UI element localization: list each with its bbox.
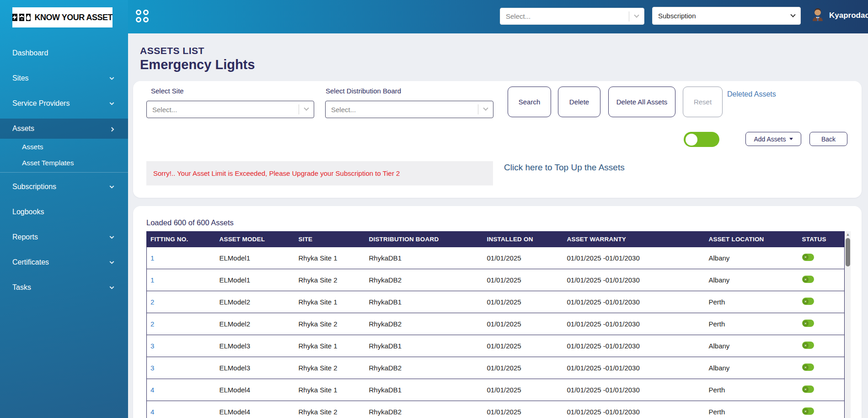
select-board-dropdown[interactable]: Select...	[325, 101, 493, 118]
col-installed-on: INSTALLED ON	[483, 232, 563, 247]
sidebar-item-certificates[interactable]: Certificates	[0, 252, 128, 272]
sidebar-item-tasks[interactable]: Tasks	[0, 277, 128, 298]
status-toggle[interactable]: ✕	[802, 276, 814, 283]
cell-asset-location: Perth	[705, 379, 798, 401]
fitting-no-link[interactable]: 1	[150, 254, 154, 262]
assets-toggle[interactable]	[684, 132, 719, 147]
cell-status: ✕	[798, 401, 845, 418]
status-toggle[interactable]: ✕	[802, 298, 814, 305]
table-scrollbar[interactable]: ▲	[845, 231, 851, 418]
page-subtitle: ASSETS LIST	[140, 45, 204, 56]
cell-installed-on: 01/01/2025	[483, 269, 563, 291]
status-toggle[interactable]: ✕	[802, 320, 814, 327]
fitting-no-link[interactable]: 3	[150, 364, 154, 372]
assets-table-body: 1ELModel1Rhyka Site 1RhykaDB101/01/20250…	[147, 247, 845, 418]
scrollbar-thumb[interactable]	[846, 238, 850, 266]
app-root: Select... Subscription Kyaprodao4	[0, 0, 868, 418]
asset-limit-warning: Sorry!.. Your Asset Limit is Exceeded, P…	[146, 161, 493, 185]
reset-button[interactable]: Reset	[683, 87, 723, 117]
chevron-down-icon	[483, 106, 488, 111]
status-toggle[interactable]: ✕	[802, 407, 814, 415]
sidebar-subitem-asset-templates[interactable]: Asset Templates	[0, 155, 128, 171]
subscription-select[interactable]: Subscription	[652, 7, 801, 25]
sidebar-item-label: Service Providers	[12, 99, 70, 108]
fitting-no-link[interactable]: 2	[150, 298, 154, 306]
status-toggle[interactable]: ✕	[802, 254, 814, 261]
user-menu[interactable]: Kyaprodao4	[811, 7, 868, 24]
cell-installed-on: 01/01/2025	[483, 357, 563, 379]
status-toggle[interactable]: ✕	[802, 364, 814, 371]
cell-status: ✕	[798, 357, 845, 379]
status-toggle-knob: ✕	[803, 364, 809, 370]
col-asset-warranty: ASSET WARRANTY	[563, 232, 705, 247]
cell-site: Rhyka Site 2	[295, 313, 365, 335]
sidebar-item-label: Logbooks	[12, 208, 44, 216]
table-row: 4ELModel4Rhyka Site 2RhykaDB201/01/20250…	[147, 401, 845, 418]
cell-distribution-board: RhykaDB2	[365, 269, 483, 291]
cell-asset-location: Perth	[705, 313, 798, 335]
cell-asset-location: Albany	[705, 269, 798, 291]
fitting-no-link[interactable]: 1	[150, 276, 154, 284]
add-assets-button[interactable]: Add Assets	[745, 132, 801, 146]
global-select[interactable]: Select...	[500, 8, 644, 25]
select-site-dropdown[interactable]: Select...	[146, 101, 314, 118]
sidebar-item-reports[interactable]: Reports	[0, 227, 128, 247]
top-bar: Select... Subscription Kyaprodao4	[128, 0, 868, 33]
filter-card: Select Site Select... Select Distributio…	[133, 81, 862, 198]
col-status: STATUS	[798, 232, 845, 247]
cell-fitting-no: 4	[147, 379, 216, 401]
scrollbar-up-arrow[interactable]: ▲	[846, 232, 850, 237]
cell-fitting-no: 2	[147, 291, 216, 313]
sidebar-item-subscriptions[interactable]: Subscriptions	[0, 177, 128, 197]
col-distribution-board: DISTRIBUTION BOARD	[365, 232, 483, 247]
cell-asset-model: ELModel1	[216, 247, 295, 269]
search-button[interactable]: Search	[508, 87, 551, 117]
sidebar-item-sites[interactable]: Sites	[0, 68, 128, 88]
delete-button[interactable]: Delete	[558, 87, 600, 117]
col-asset-model: ASSET MODEL	[216, 232, 295, 247]
toggle-knob	[686, 134, 697, 146]
sidebar-item-label: Tasks	[12, 283, 31, 292]
delete-all-assets-button[interactable]: Delete All Assets	[608, 87, 675, 117]
status-toggle-knob: ✕	[803, 277, 809, 282]
cell-asset-model: ELModel4	[216, 379, 295, 401]
fitting-no-link[interactable]: 3	[150, 342, 154, 350]
cell-installed-on: 01/01/2025	[483, 379, 563, 401]
fitting-no-link[interactable]: 4	[150, 408, 154, 416]
cell-fitting-no: 3	[147, 357, 216, 379]
sidebar-item-assets[interactable]: Assets	[0, 119, 128, 139]
chevron-down-icon	[110, 285, 114, 289]
menu-grid-icon[interactable]	[136, 10, 150, 23]
cell-status: ✕	[798, 335, 845, 357]
cell-installed-on: 01/01/2025	[483, 335, 563, 357]
sidebar-item-logbooks[interactable]: Logbooks	[0, 202, 128, 222]
cell-installed-on: 01/01/2025	[483, 247, 563, 269]
cell-distribution-board: RhykaDB1	[365, 291, 483, 313]
cell-fitting-no: 4	[147, 401, 216, 418]
fitting-no-link[interactable]: 4	[150, 386, 154, 394]
status-toggle-knob: ✕	[803, 386, 809, 392]
assets-table: FITTING NO. ASSET MODEL SITE DISTRIBUTIO…	[146, 231, 845, 418]
sidebar-subitem-label: Asset Templates	[22, 159, 74, 167]
cell-asset-model: ELModel3	[216, 357, 295, 379]
deleted-assets-link[interactable]: Deleted Assets	[727, 90, 776, 98]
sidebar-subitem-assets[interactable]: Assets	[0, 139, 128, 155]
cell-site: Rhyka Site 2	[295, 401, 365, 418]
sidebar-item-dashboard[interactable]: Dashboard	[0, 43, 128, 63]
cell-distribution-board: RhykaDB2	[365, 401, 483, 418]
top-up-assets-link[interactable]: Click here to Top Up the Assets	[504, 163, 625, 173]
col-asset-location: ASSET LOCATION	[705, 232, 798, 247]
table-row: 3ELModel3Rhyka Site 2RhykaDB201/01/20250…	[147, 357, 845, 379]
table-row: 1ELModel1Rhyka Site 2RhykaDB201/01/20250…	[147, 269, 845, 291]
back-button[interactable]: Back	[809, 132, 847, 146]
sidebar-item-service-providers[interactable]: Service Providers	[0, 93, 128, 114]
status-toggle-knob: ✕	[803, 320, 809, 326]
table-header-row: FITTING NO. ASSET MODEL SITE DISTRIBUTIO…	[147, 232, 845, 247]
fitting-no-link[interactable]: 2	[150, 320, 154, 328]
status-toggle[interactable]: ✕	[802, 385, 814, 393]
status-toggle[interactable]: ✕	[802, 342, 814, 349]
cell-asset-warranty: 01/01/2025 -01/01/2030	[563, 401, 705, 418]
cell-fitting-no: 3	[147, 335, 216, 357]
col-fitting-no: FITTING NO.	[147, 232, 216, 247]
select-separator	[478, 104, 478, 114]
